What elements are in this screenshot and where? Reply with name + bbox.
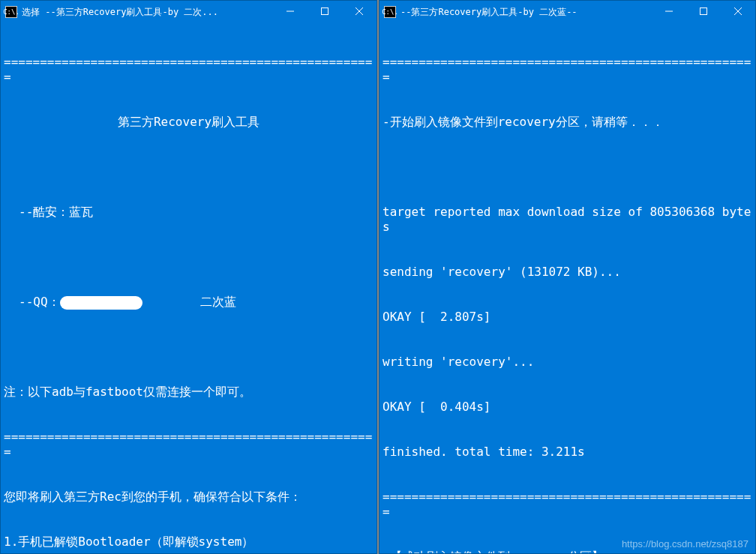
close-button[interactable]	[342, 1, 376, 23]
maximize-icon	[321, 7, 328, 17]
blank	[4, 160, 374, 175]
cmd-icon: C:\.	[5, 6, 17, 18]
qq-line: --QQ： 二次蓝	[4, 295, 374, 310]
maximize-icon	[700, 7, 707, 17]
success-flash: -【成功刷入镜像文件到recovery分区】	[382, 550, 752, 553]
svg-rect-5	[700, 8, 707, 15]
writing-line: writing 'recovery'...	[382, 355, 752, 370]
start-flash: -开始刷入镜像文件到recovery分区，请稍等．．．	[382, 115, 752, 130]
minimize-icon	[665, 7, 673, 17]
minimize-icon	[286, 7, 294, 17]
window-title-left: 选择 --第三方Recovery刷入工具-by 二次...	[22, 6, 273, 19]
console-right[interactable]: ========================================…	[380, 23, 755, 553]
sending-line: sending 'recovery' (131072 KB)...	[382, 265, 752, 280]
blank	[4, 250, 374, 265]
separator: ========================================…	[382, 490, 752, 520]
blank	[4, 340, 374, 355]
redacted-qq	[60, 296, 142, 310]
minimize-button[interactable]	[652, 1, 686, 23]
separator: ========================================…	[4, 55, 374, 85]
note-line: 注：以下adb与fastboot仅需连接一个即可。	[4, 385, 374, 400]
coolapk-line: --酷安：蓝瓦	[4, 205, 374, 220]
window-title-right: --第三方Recovery刷入工具-by 二次蓝--	[400, 6, 652, 19]
titlebar-right[interactable]: C:\. --第三方Recovery刷入工具-by 二次蓝--	[380, 1, 755, 23]
tool-title: 第三方Recovery刷入工具	[4, 115, 374, 130]
maximize-button[interactable]	[686, 1, 721, 23]
left-console-window: C:\. 选择 --第三方Recovery刷入工具-by 二次... =====…	[0, 0, 377, 554]
target-line: target reported max download size of 805…	[382, 205, 752, 235]
separator: ========================================…	[4, 430, 374, 460]
titlebar-left[interactable]: C:\. 选择 --第三方Recovery刷入工具-by 二次...	[1, 1, 376, 23]
blank	[382, 160, 752, 175]
conditions-intro: 您即将刷入第三方Rec到您的手机，确保符合以下条件：	[4, 490, 374, 505]
watermark: https://blog.csdn.net/zsq8187	[622, 538, 748, 550]
close-button[interactable]	[721, 1, 755, 23]
okay-line: OKAY [ 0.404s]	[382, 400, 752, 415]
close-icon	[356, 7, 363, 17]
finished-line: finished. total time: 3.211s	[382, 445, 752, 460]
console-left[interactable]: ========================================…	[1, 23, 376, 553]
cmd-icon: C:\.	[384, 6, 396, 18]
condition-1: 1.手机已解锁Bootloader（即解锁system）	[4, 535, 374, 550]
close-icon	[734, 7, 742, 17]
minimize-button[interactable]	[273, 1, 308, 23]
maximize-button[interactable]	[308, 1, 342, 23]
svg-rect-1	[322, 8, 328, 15]
separator: ========================================…	[382, 55, 752, 85]
okay-line: OKAY [ 2.807s]	[382, 310, 752, 325]
right-console-window: C:\. --第三方Recovery刷入工具-by 二次蓝-- ========…	[379, 0, 756, 554]
